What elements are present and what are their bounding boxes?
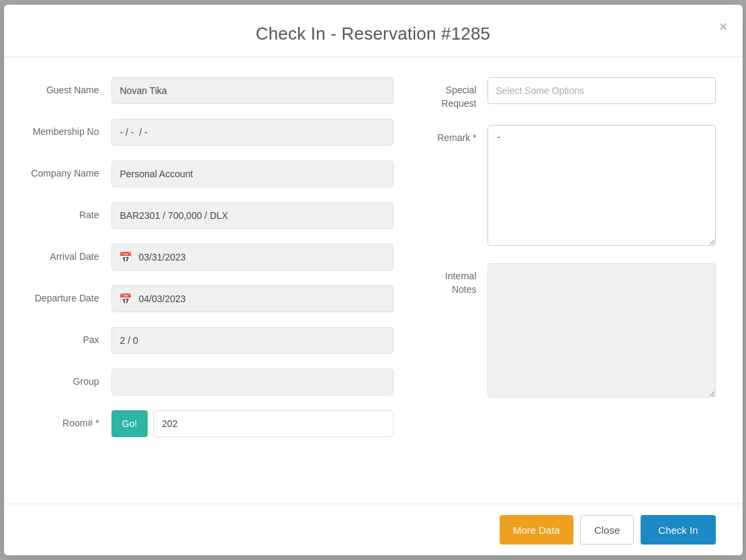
arrival-date-picker[interactable]: 📅 03/31/2023 (111, 244, 393, 271)
company-name-input[interactable] (111, 160, 393, 187)
internal-notes-label: Internal Notes (420, 263, 487, 296)
internal-notes-row: Internal Notes (420, 263, 716, 400)
arrival-date-row: Arrival Date 📅 03/31/2023 (31, 244, 393, 271)
more-data-button[interactable]: More Data (500, 515, 573, 545)
membership-no-row: Membership No (31, 119, 393, 146)
room-field-group: Go! (111, 410, 393, 437)
modal-footer: More Data Close Check In (4, 504, 743, 555)
special-request-control: Select Some Options (487, 77, 716, 104)
group-label: Group (31, 369, 111, 389)
group-input[interactable] (111, 369, 393, 395)
remark-textarea[interactable]: - (487, 125, 716, 246)
special-request-select[interactable]: Select Some Options (487, 77, 716, 104)
remark-control: - (487, 125, 716, 248)
remark-label: Remark * (420, 125, 487, 145)
pax-row: Pax (31, 327, 393, 354)
departure-calendar-icon: 📅 (119, 293, 132, 306)
special-request-label: Special Request (420, 77, 487, 110)
membership-no-label: Membership No (31, 119, 111, 139)
guest-name-label: Guest Name (31, 77, 111, 97)
departure-date-label: Departure Date (31, 285, 111, 306)
departure-date-row: Departure Date 📅 04/03/2023 (31, 285, 393, 312)
modal-body: Guest Name Membership No Company Name Ra… (4, 57, 743, 465)
modal-overlay: Check In - Reservation #1285 × Guest Nam… (0, 0, 746, 560)
company-name-label: Company Name (31, 160, 111, 181)
special-request-row: Special Request Select Some Options (420, 77, 716, 110)
room-label: Room# * (31, 410, 111, 430)
modal-dialog: Check In - Reservation #1285 × Guest Nam… (4, 5, 743, 555)
close-button[interactable]: Close (580, 515, 634, 545)
rate-row: Rate (31, 202, 393, 229)
arrival-date-label: Arrival Date (31, 244, 111, 264)
pax-input[interactable] (111, 327, 393, 354)
departure-date-picker[interactable]: 📅 04/03/2023 (111, 285, 393, 312)
guest-name-input[interactable] (111, 77, 393, 104)
company-name-row: Company Name (31, 160, 393, 187)
modal-header: Check In - Reservation #1285 × (4, 5, 743, 57)
close-x-button[interactable]: × (719, 19, 728, 34)
modal-title: Check In - Reservation #1285 (256, 24, 491, 44)
pax-label: Pax (31, 327, 111, 347)
internal-notes-textarea[interactable] (487, 263, 716, 398)
departure-date-value: 04/03/2023 (139, 293, 186, 304)
group-row: Group (31, 369, 393, 395)
check-in-button[interactable]: Check In (641, 515, 715, 545)
room-input[interactable] (153, 410, 393, 437)
room-row: Room# * Go! (31, 410, 393, 437)
membership-no-input[interactable] (111, 119, 393, 146)
right-column: Special Request Select Some Options Rema… (393, 77, 716, 452)
remark-row: Remark * - (420, 125, 716, 248)
go-button[interactable]: Go! (111, 410, 148, 437)
rate-label: Rate (31, 202, 111, 222)
internal-notes-control (487, 263, 716, 400)
left-column: Guest Name Membership No Company Name Ra… (31, 77, 393, 452)
guest-name-row: Guest Name (31, 77, 393, 104)
rate-input[interactable] (111, 202, 393, 229)
arrival-calendar-icon: 📅 (119, 251, 132, 264)
arrival-date-value: 03/31/2023 (139, 252, 186, 263)
